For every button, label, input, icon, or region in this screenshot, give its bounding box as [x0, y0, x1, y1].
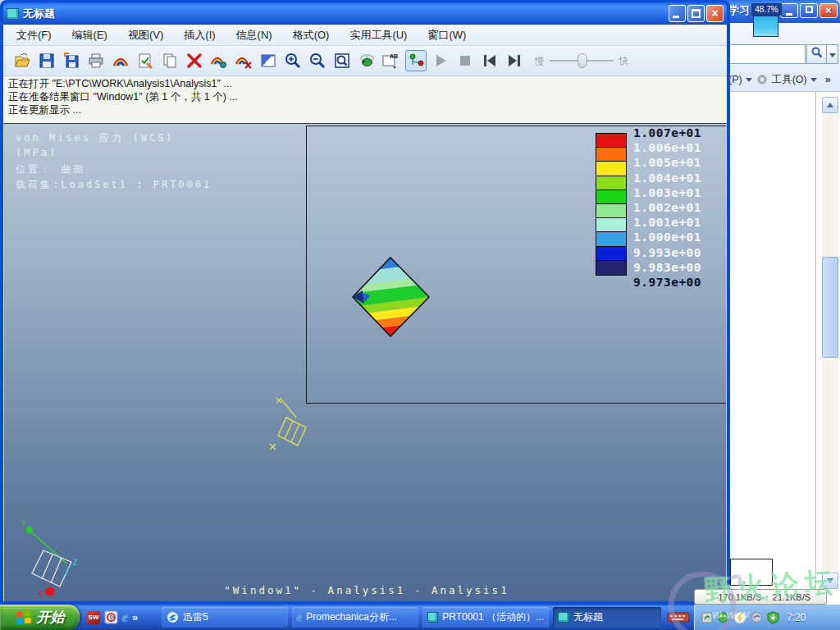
- task-button-thunder[interactable]: 迅雷5: [162, 607, 288, 628]
- task-button-promechanica-help[interactable]: e Promechanica分析...: [292, 607, 418, 628]
- zoom-window-button[interactable]: [331, 50, 353, 71]
- edit-definition-button[interactable]: [135, 50, 156, 71]
- task-button-prt0001[interactable]: PRT0001 （活动的）...: [422, 607, 549, 628]
- menu-item-insert[interactable]: 插入(I): [184, 28, 215, 43]
- minimize-button[interactable]: [669, 5, 686, 22]
- legend-value-label: 9.993e+00: [633, 245, 701, 260]
- bg-restore-button[interactable]: [800, 3, 818, 18]
- triangle-down-icon: [827, 578, 833, 583]
- legend-value-label: 1.001e+01: [633, 215, 701, 230]
- clock[interactable]: 7:20: [787, 612, 806, 623]
- delete-button[interactable]: [184, 50, 205, 71]
- result-units-label: (MPa): [16, 147, 212, 162]
- thunder-tray-icon[interactable]: [733, 611, 746, 624]
- app-window-icon: [7, 8, 19, 20]
- update-shield-tray-icon[interactable]: [767, 611, 779, 624]
- quick-launch-more-chevron[interactable]: »: [132, 611, 138, 623]
- upload-speed: 21.1KB/S: [773, 592, 810, 602]
- stop-icon: [456, 52, 474, 70]
- format-result-button[interactable]: [258, 50, 279, 71]
- fly-icon: [358, 52, 376, 70]
- result-window-button[interactable]: [110, 50, 131, 71]
- keyboard-input-icon[interactable]: [667, 610, 690, 623]
- save-button[interactable]: [36, 50, 57, 71]
- legend-color-band: [596, 247, 626, 261]
- speed-slider-thumb[interactable]: [578, 53, 587, 68]
- menu-item-edit[interactable]: 编辑(E): [72, 28, 107, 43]
- download-arrow-icon: ↓: [710, 592, 715, 602]
- open-button[interactable]: [11, 50, 33, 71]
- legend-value-label: 1.002e+01: [633, 200, 701, 215]
- model-tree-button[interactable]: [405, 50, 427, 71]
- menu-item-utilities[interactable]: 实用工具(U): [349, 28, 407, 43]
- titlebar[interactable]: 无标题 ×: [3, 2, 727, 25]
- close-button[interactable]: ×: [706, 5, 724, 22]
- windows-logo-icon: [16, 609, 32, 626]
- legend-color-band: [596, 148, 626, 162]
- svg-text:Z: Z: [73, 559, 77, 567]
- zoom-in-button[interactable]: [282, 50, 304, 71]
- page-border-line: [815, 92, 816, 605]
- last-frame-button[interactable]: [504, 50, 525, 71]
- legend-value-label: 1.004e+01: [633, 171, 701, 185]
- menu-item-file[interactable]: 文件(F): [16, 28, 52, 43]
- zoom-box-icon: [333, 52, 351, 70]
- legend-color-band: [596, 134, 626, 148]
- print-button[interactable]: [85, 50, 107, 71]
- internet-explorer-icon: e: [297, 611, 302, 624]
- scroll-up-button[interactable]: [822, 97, 838, 113]
- stress-contour-model: [349, 255, 431, 337]
- bg-tools-menu[interactable]: 工具(O): [772, 73, 807, 87]
- menu-item-window[interactable]: 窗口(W): [427, 28, 466, 43]
- model-tree-icon: [407, 52, 425, 70]
- quick-launch-app-icon[interactable]: [104, 610, 118, 624]
- volume-tray-icon[interactable]: [751, 611, 763, 623]
- task-label: 迅雷5: [183, 610, 208, 624]
- legend-color-band: [596, 232, 626, 246]
- menu-item-info[interactable]: 信息(N): [236, 28, 272, 43]
- netspeed-indicator: ↓ 170.1KB/S ↑ 21.1KB/S: [694, 589, 827, 605]
- ime-tray-icon[interactable]: [701, 612, 713, 623]
- bg-search-dropdown[interactable]: [827, 44, 838, 64]
- messenger-tray-icon[interactable]: [717, 611, 729, 623]
- task-button-untitled[interactable]: 无标题: [553, 607, 661, 628]
- bg-more-chevron[interactable]: »: [825, 74, 831, 85]
- bg-close-button[interactable]: ×: [819, 3, 838, 18]
- bg-page-menu[interactable]: (P): [728, 74, 742, 85]
- repaint-button[interactable]: [356, 50, 377, 71]
- legend-value-label: 1.007e+01: [633, 126, 701, 140]
- display-window-button[interactable]: [208, 50, 230, 71]
- internet-explorer-icon[interactable]: e: [122, 610, 128, 625]
- scrollbar-thumb[interactable]: [822, 257, 838, 358]
- quick-launch-bar: SW e »: [84, 605, 159, 630]
- first-frame-button[interactable]: [479, 50, 500, 71]
- zoom-out-button[interactable]: [307, 50, 328, 71]
- speed-slider[interactable]: [550, 60, 614, 62]
- bg-scrollbar[interactable]: [822, 97, 838, 589]
- menu-item-format[interactable]: 格式(O): [293, 28, 330, 43]
- menu-item-view[interactable]: 视图(V): [128, 28, 163, 43]
- bg-search-button[interactable]: [806, 44, 827, 64]
- close-window-button[interactable]: [233, 50, 254, 71]
- save-copy-button[interactable]: [61, 50, 82, 71]
- solidworks-icon[interactable]: SW: [87, 611, 100, 624]
- maximize-button[interactable]: [687, 5, 705, 22]
- copy-button[interactable]: [159, 50, 180, 71]
- svg-text:AB: AB: [390, 53, 398, 59]
- annotation-button[interactable]: AB: [381, 50, 402, 71]
- legend-swatches: [596, 133, 627, 276]
- scroll-down-button[interactable]: [822, 573, 838, 589]
- graphics-viewport[interactable]: von Mises 应力 (WCS) (MPa) 位置： 曲面 载荷集:Load…: [3, 123, 727, 601]
- bg-minimize-button[interactable]: [780, 3, 798, 18]
- fringe-rainbow-icon: [112, 52, 130, 70]
- proe-window-icon: [427, 612, 438, 623]
- thunder-progress-widget[interactable]: 48.7%: [751, 3, 782, 37]
- bg-search-input[interactable]: [727, 44, 806, 64]
- legend-value-label: 1.006e+01: [633, 140, 701, 155]
- legend-labels: 1.007e+011.006e+011.005e+011.004e+011.00…: [633, 126, 701, 290]
- window-analysis-caption: "Window1" - Analysis1 - Analysis1: [4, 584, 727, 596]
- upload-arrow-icon: ↑: [765, 592, 769, 602]
- start-button[interactable]: 开始: [0, 605, 80, 630]
- stop-button[interactable]: [454, 50, 476, 71]
- play-button[interactable]: [430, 50, 451, 71]
